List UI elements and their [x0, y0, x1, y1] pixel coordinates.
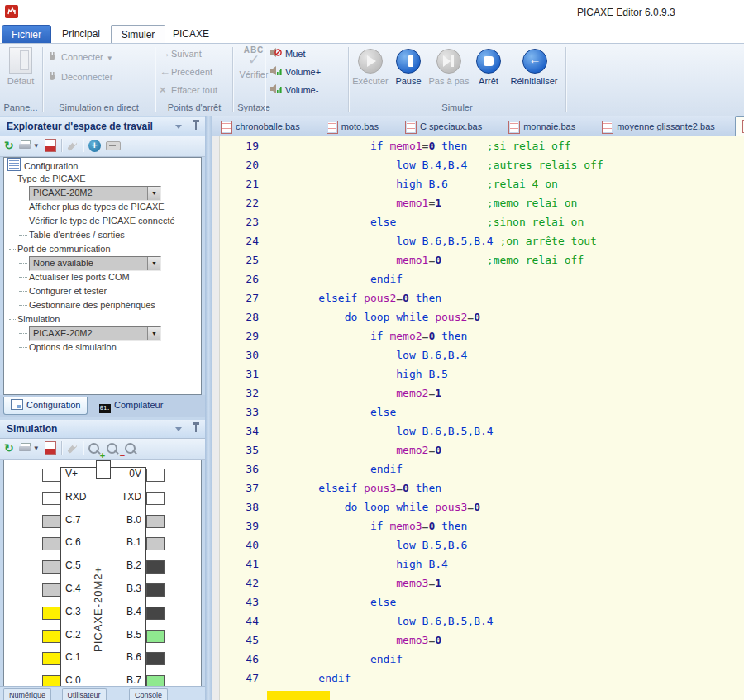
code-text[interactable]: high B.6 ;relai 4 on — [269, 174, 744, 193]
line-number[interactable] — [219, 688, 269, 700]
tree-item-options-de-simulation[interactable]: Options de simulation — [4, 340, 201, 355]
tab-picaxe[interactable]: PICAXE — [165, 25, 217, 43]
pin-icon[interactable] — [195, 425, 197, 432]
line-number[interactable]: 27 — [219, 288, 269, 307]
pin-c1[interactable] — [42, 652, 60, 665]
code-text[interactable]: high B.4 — [269, 555, 744, 574]
tree-combo-12[interactable]: PICAXE-20M2▼ — [4, 326, 201, 340]
combo-box[interactable]: PICAXE-20M2▼ — [29, 186, 161, 201]
line-number[interactable]: 25 — [219, 250, 269, 269]
line-number[interactable]: 38 — [219, 498, 269, 517]
zoom-in-icon[interactable]: + — [107, 443, 117, 454]
tree-item-gestionnaire-des-p-riph-riques[interactable]: Gestionnaire des périphériques — [4, 298, 201, 312]
line-number[interactable]: 46 — [219, 650, 269, 669]
precedent-button[interactable]: ←Précédent — [160, 64, 212, 80]
line-number[interactable]: 20 — [219, 155, 269, 174]
pin-c7[interactable] — [42, 515, 60, 528]
tab-principal[interactable]: Principal — [53, 25, 109, 43]
pin-c0[interactable] — [42, 675, 60, 687]
editor-tab-moto-bas[interactable]: moto.bas — [320, 118, 385, 136]
code-text[interactable]: else ;sinon relai on — [269, 212, 744, 231]
editor-tab-hotte20m[interactable]: hotte20M — [735, 116, 744, 136]
tab-configuration[interactable]: Configuration — [3, 397, 88, 415]
code-text[interactable]: elseif pous2=0 then — [269, 288, 744, 307]
chevron-down-icon[interactable]: ▼ — [33, 142, 40, 150]
code-text[interactable]: endif — [269, 650, 744, 669]
pin-b3[interactable] — [146, 583, 165, 597]
suivant-button[interactable]: →Suivant — [160, 45, 202, 62]
line-number[interactable]: 28 — [219, 307, 269, 326]
pin-b5[interactable] — [146, 630, 165, 643]
zoom-out-icon[interactable]: − — [125, 443, 136, 454]
code-text[interactable] — [269, 688, 744, 700]
reinitialiser-button[interactable]: ← Réinitialiser — [505, 47, 563, 86]
pin-c6[interactable] — [42, 537, 60, 550]
print-icon[interactable] — [19, 443, 31, 453]
refresh-icon[interactable]: ↻ — [4, 139, 14, 152]
pin-icon[interactable] — [195, 122, 197, 130]
chevron-down-icon[interactable] — [175, 427, 182, 431]
line-number[interactable]: 40 — [219, 536, 269, 555]
pin-b4[interactable] — [146, 607, 165, 620]
sim-tab-utilisateur[interactable]: Utilisateur — [62, 688, 107, 700]
pin-b2[interactable] — [146, 560, 165, 574]
editor-tab-monnaie-bas[interactable]: monnaie.bas — [502, 118, 582, 136]
line-number[interactable]: 23 — [219, 212, 269, 231]
tab-fichier[interactable]: Fichier — [2, 25, 51, 45]
panel-splitter[interactable] — [205, 116, 212, 700]
line-number[interactable]: 21 — [219, 174, 269, 193]
code-area[interactable]: 19 if memo1=0 then ;si relai off20 low B… — [212, 136, 744, 700]
pin-c4[interactable] — [42, 583, 60, 597]
tree-item-table-d-entr-es-sorties[interactable]: Table d'entrées / sorties — [4, 228, 201, 242]
line-number[interactable]: 36 — [219, 460, 269, 479]
line-number[interactable]: 37 — [219, 479, 269, 498]
connecter-button[interactable]: Connecter▼ — [47, 49, 113, 65]
chevron-down-icon[interactable]: ▼ — [147, 257, 160, 270]
effacer-tout-button[interactable]: ×Effacer tout — [160, 82, 217, 98]
chevron-down-icon[interactable]: ▼ — [33, 445, 40, 452]
code-text[interactable]: low B.6,B.5,B.4 — [269, 421, 744, 440]
tree-item-type-de-picaxe[interactable]: Type de PICAXE — [4, 172, 201, 186]
line-number[interactable]: 29 — [219, 326, 269, 345]
line-number[interactable]: 41 — [219, 555, 269, 574]
zoom-icon[interactable] — [88, 443, 99, 454]
editor-tab-moyenne-glissante2-bas[interactable]: moyenne glissante2.bas — [595, 118, 722, 136]
code-text[interactable]: low B.6,B.5,B.4 ;on arrête tout — [269, 231, 744, 250]
code-text[interactable]: low B.4,B.4 ;autres relais off — [269, 155, 744, 174]
code-text[interactable]: low B.5,B.6 — [269, 536, 744, 555]
line-number[interactable]: 35 — [219, 440, 269, 460]
volume-moins-button[interactable]: Volume- — [269, 82, 318, 98]
line-number[interactable]: 34 — [219, 421, 269, 440]
code-text[interactable]: endif — [269, 269, 744, 288]
executer-button[interactable]: Exécuter — [351, 47, 389, 86]
tree-item-actualiser-les-ports-com[interactable]: Actualiser les ports COM — [4, 270, 201, 284]
tree-item-port-de-communication[interactable]: Port de communication — [4, 242, 201, 256]
code-text[interactable]: endif — [269, 669, 744, 688]
pause-button[interactable]: Pause — [389, 47, 427, 86]
combo-box[interactable]: PICAXE-20M2▼ — [29, 326, 161, 341]
verifier-button[interactable]: ABC ✓ Vérifier — [237, 45, 270, 79]
pin-c5[interactable] — [42, 560, 60, 574]
pin-txd[interactable] — [146, 492, 165, 505]
tree-item-simulation[interactable]: Simulation — [4, 312, 201, 326]
code-text[interactable]: memo2=1 — [269, 383, 744, 402]
defaut-button[interactable]: Défaut — [4, 47, 37, 86]
pin-b1[interactable] — [146, 537, 165, 550]
tab-simuler[interactable]: Simuler — [111, 25, 165, 44]
tree-combo-7[interactable]: None available▼ — [4, 256, 201, 270]
line-number[interactable]: 26 — [219, 269, 269, 288]
code-text[interactable]: memo1=1 ;memo relai on — [269, 193, 744, 212]
line-number[interactable]: 47 — [219, 669, 269, 688]
code-text[interactable]: endif — [269, 460, 744, 479]
line-number[interactable]: 42 — [219, 574, 269, 593]
line-number[interactable]: 39 — [219, 517, 269, 536]
pin-0v[interactable] — [146, 469, 165, 482]
line-number[interactable]: 22 — [219, 193, 269, 212]
code-text[interactable]: high B.5 — [269, 364, 744, 383]
tree-item-configuration[interactable]: Configuration — [4, 158, 201, 172]
code-text[interactable]: else — [269, 402, 744, 421]
chevron-down-icon[interactable] — [175, 125, 182, 129]
line-number[interactable]: 24 — [219, 231, 269, 250]
line-number[interactable]: 43 — [219, 593, 269, 612]
line-number[interactable]: 33 — [219, 402, 269, 421]
